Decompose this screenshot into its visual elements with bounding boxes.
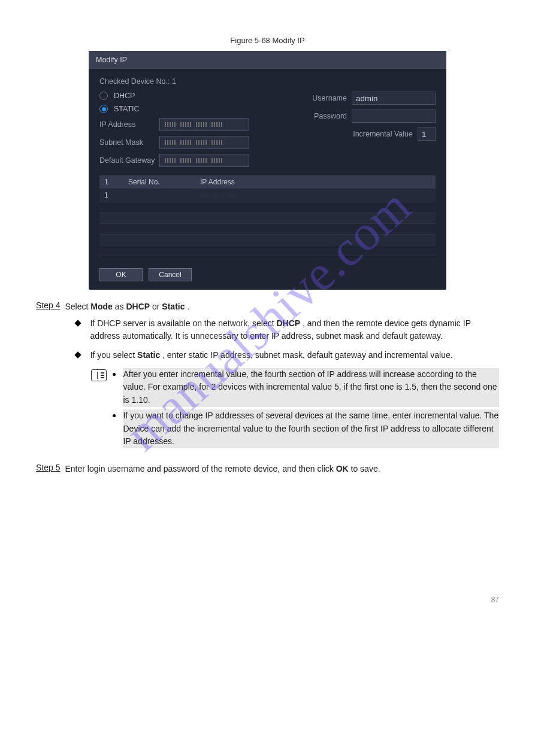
page-number: 87 — [36, 596, 499, 604]
radio-dhcp[interactable] — [99, 92, 108, 100]
col-ip: IP Address — [200, 178, 431, 186]
row-serial — [128, 191, 200, 199]
table-row — [99, 213, 436, 224]
text: or — [152, 302, 162, 311]
incremental-input[interactable] — [418, 127, 436, 141]
subnet-mask-label: Subnet Mask — [99, 138, 159, 147]
figure-caption: Figure 5-68 Modify IP — [36, 36, 499, 45]
text: . — [187, 302, 189, 311]
col-serial: Serial No. — [128, 178, 200, 186]
checked-device-count: Checked Device No.: 1 — [99, 77, 176, 86]
row-ip: ··· ·· · ··· — [200, 191, 431, 199]
text: DHCP — [276, 318, 300, 328]
text: Static — [137, 350, 160, 360]
ip-address-input[interactable] — [159, 118, 249, 131]
radio-static[interactable] — [99, 105, 108, 113]
dialog-title: Modify IP — [89, 51, 446, 69]
diamond-bullet-icon — [75, 320, 81, 326]
text: to save. — [351, 464, 380, 473]
gateway-input[interactable] — [159, 154, 249, 167]
text: If DHCP server is available on the netwo… — [90, 318, 276, 328]
password-label: Password — [314, 112, 347, 120]
table-row — [99, 245, 436, 256]
step-4: Step 4 Select Mode as DHCP or Static . I… — [36, 300, 499, 456]
text: , enter static IP address, subnet mask, … — [162, 350, 453, 360]
text: DHCP — [126, 302, 150, 311]
table-row[interactable]: 1 ··· ·· · ··· — [99, 189, 436, 202]
ok-button[interactable]: OK — [99, 268, 143, 281]
note-icon — [91, 369, 107, 381]
text: Select — [65, 302, 90, 311]
modify-ip-dialog: Modify IP Checked Device No.: 1 DHCP STA… — [89, 51, 446, 290]
username-input[interactable] — [352, 92, 436, 105]
bullet-static: If you select Static , enter static IP a… — [65, 349, 499, 362]
note-block: After you enter incremental value, the f… — [91, 368, 499, 451]
subnet-mask-input[interactable] — [159, 136, 249, 149]
dot-bullet-icon — [113, 373, 116, 376]
device-table: 1 Serial No. IP Address 1 ··· ·· · ··· — [99, 175, 436, 256]
text: OK — [336, 464, 349, 473]
radio-static-label: STATIC — [114, 105, 140, 113]
gateway-label: Default Gateway — [99, 156, 159, 165]
incremental-label: Incremental Value — [353, 130, 413, 138]
username-label: Username — [312, 94, 347, 102]
table-row — [99, 224, 436, 235]
radio-dhcp-label: DHCP — [114, 92, 135, 100]
cancel-button[interactable]: Cancel — [149, 268, 192, 281]
diamond-bullet-icon — [75, 351, 81, 358]
step-4-label: Step 4 — [36, 300, 60, 456]
row-no: 1 — [104, 191, 128, 199]
table-row — [99, 235, 436, 245]
bullet-dhcp: If DHCP server is available on the netwo… — [65, 317, 499, 343]
note-text: If you want to change IP addresses of se… — [123, 409, 499, 448]
password-input[interactable] — [352, 110, 436, 123]
text: Mode — [90, 302, 113, 311]
table-row — [99, 202, 436, 213]
step-5-label: Step 5 — [36, 463, 60, 476]
step-5: Step 5 Enter login username and password… — [36, 463, 499, 476]
text: Enter login username and password of the… — [65, 464, 335, 473]
text: If you select — [90, 350, 137, 360]
text: Static — [162, 302, 185, 311]
note-text: After you enter incremental value, the f… — [123, 368, 499, 407]
text: as — [115, 302, 126, 311]
ip-address-label: IP Address — [99, 120, 159, 129]
dot-bullet-icon — [113, 414, 116, 417]
col-no: 1 — [104, 178, 128, 186]
